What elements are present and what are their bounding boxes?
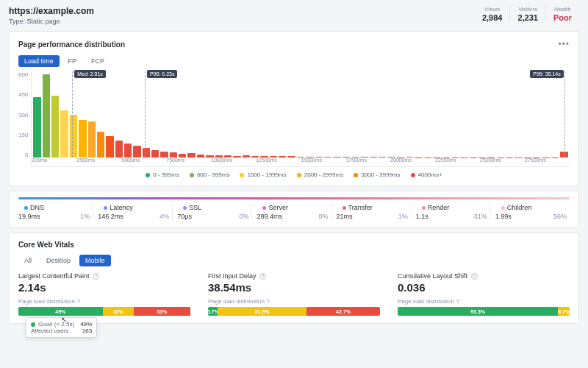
legend-item: 2000 - 2999ms [297, 171, 343, 178]
timing-cell: DNS19.9ms1% [18, 204, 93, 220]
performance-card: Page performance distribution ••• Load t… [9, 31, 579, 186]
histogram-bar[interactable] [143, 148, 150, 158]
dist-tooltip: Good (< 2.5s)49%Affected users163 [26, 317, 97, 338]
chart-marker: Med: 2.01s [72, 71, 73, 158]
histogram-bar[interactable] [170, 152, 177, 158]
timing-cell: SSL70µs0% [177, 204, 252, 220]
header-stat: HealthPoor [545, 6, 579, 22]
histogram-bar[interactable] [51, 96, 59, 158]
histogram-bar[interactable] [88, 121, 96, 158]
help-icon[interactable]: ? [259, 273, 266, 280]
page-header: https://example.com Type: Static page Vi… [9, 6, 579, 25]
legend-item: 4000ms+ [411, 171, 442, 178]
dist-segment[interactable]: 18% [103, 307, 134, 316]
histogram-bar[interactable] [133, 146, 140, 158]
timing-cell: Transfer21ms1% [337, 204, 412, 220]
timing-card: DNS19.9ms1%Latency146.2ms4%SSL70µs0%Serv… [9, 191, 579, 228]
chart-marker: P90: 6.23s [145, 71, 146, 158]
histogram-bar[interactable] [70, 115, 77, 158]
help-icon[interactable]: ? [471, 273, 478, 280]
cwv-card: Core Web Vitals AllDesktopMobile Largest… [9, 233, 579, 324]
legend-item: 3000 - 3999ms [354, 171, 400, 178]
help-icon[interactable]: ? [76, 298, 79, 305]
legend-item: 600 - 999ms [190, 171, 229, 178]
histogram-bar[interactable] [115, 141, 123, 158]
page-url: https://example.com [9, 6, 94, 16]
dist-segment[interactable]: 5.7% [208, 307, 218, 316]
dist-segment[interactable]: 6.7% [558, 307, 570, 316]
header-stat: Views2,984 [475, 6, 510, 22]
dist-segment[interactable]: 93.3% [398, 307, 558, 316]
tab-fcp[interactable]: FCP [85, 55, 110, 67]
help-icon[interactable]: ? [93, 273, 99, 280]
tab-desktop[interactable]: Desktop [40, 255, 76, 266]
dist-segment[interactable]: 51.6% [218, 307, 306, 316]
cwv-metric: First Input Delay ?38.54msPage load dist… [208, 272, 380, 316]
cwv-title: Core Web Vitals [18, 241, 570, 249]
histogram-bar[interactable] [79, 120, 86, 158]
histogram-bar[interactable] [160, 152, 168, 158]
cwv-metric: Cumulative Layout Shift ?0.036Page load … [398, 272, 570, 316]
histogram-bar[interactable] [60, 110, 68, 158]
histogram-bar[interactable] [124, 144, 132, 158]
page-type: Type: Static page [9, 18, 94, 25]
histogram-bar[interactable] [151, 150, 159, 158]
perf-tabs: Load timeFPFCP [18, 55, 570, 67]
legend-item: 0 - 599ms [146, 171, 179, 178]
timing-cell: Render1.1s31% [416, 204, 491, 220]
cwv-metric: Largest Contentful Paint ?2.14sPage load… [18, 272, 190, 316]
legend-item: 1000 - 1999ms [240, 171, 286, 178]
tab-fp[interactable]: FP [62, 55, 83, 67]
tab-mobile[interactable]: Mobile [79, 255, 111, 266]
cwv-tabs: AllDesktopMobile [18, 255, 570, 266]
header-stat: Visitors2,231 [509, 6, 545, 22]
help-icon[interactable]: ? [266, 298, 269, 305]
performance-title: Page performance distribution [18, 40, 125, 49]
tab-load-time[interactable]: Load time [18, 55, 60, 67]
timing-gradient-bar [18, 197, 570, 199]
chart-marker: P99: 30.14s [564, 71, 565, 158]
dist-segment[interactable]: 33% [134, 307, 190, 316]
card-menu-icon[interactable]: ••• [558, 39, 570, 49]
distribution-chart: 6004503001500 299ms2500ms5000ms7500ms100… [18, 71, 570, 167]
timing-cell: Server289.4ms8% [257, 204, 331, 220]
histogram-bar[interactable] [33, 97, 40, 158]
histogram-bar[interactable] [106, 136, 113, 158]
timing-cell: Latency146.2ms4% [98, 204, 173, 220]
histogram-bar[interactable] [43, 74, 50, 158]
histogram-bar[interactable] [97, 132, 104, 158]
dist-segment[interactable]: 49% [18, 307, 103, 316]
tab-all[interactable]: All [18, 255, 37, 266]
timing-cell: Children1.99s56% [495, 204, 570, 220]
dist-segment[interactable]: 42.7% [306, 307, 380, 316]
help-icon[interactable]: ? [456, 298, 459, 305]
